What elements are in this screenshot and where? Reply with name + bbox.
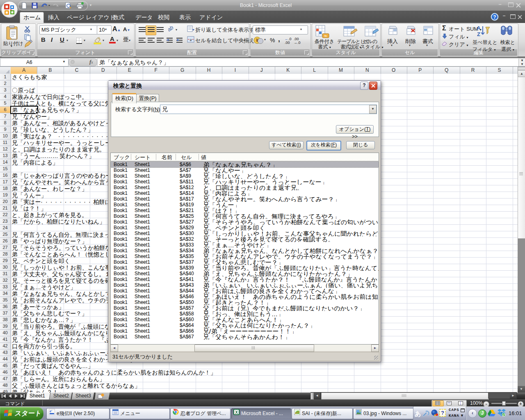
svg-text:a: a: [190, 37, 192, 42]
svg-text:?: ?: [493, 14, 496, 20]
svg-text:X: X: [235, 410, 238, 415]
svg-text:A: A: [477, 25, 481, 31]
svg-text:e': e': [50, 410, 52, 413]
svg-text:Z: Z: [477, 31, 480, 37]
svg-text:fx: fx: [324, 34, 327, 38]
